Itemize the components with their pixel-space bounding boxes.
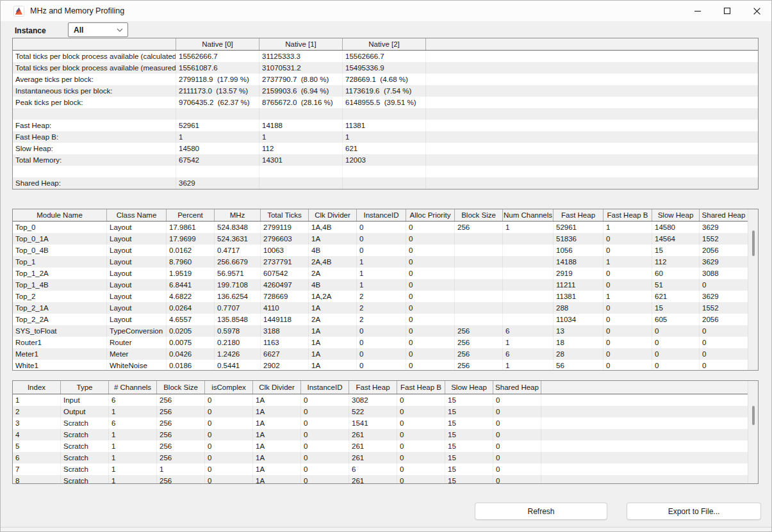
table-cell: 0 [301, 440, 349, 452]
table-row[interactable]: Router1Router0.00750.218011631A002561180… [13, 337, 758, 348]
maximize-button[interactable] [712, 1, 742, 21]
table-cell: 15561087.6 [176, 62, 259, 74]
table-row[interactable]: 2Output125601A05220150 [13, 406, 758, 417]
table-cell: 1A [309, 360, 357, 371]
table-cell: 15 [652, 302, 700, 314]
table-row[interactable] [13, 108, 758, 120]
table-cell: 0 [604, 348, 652, 360]
table-cell: 0 [493, 429, 541, 440]
table-row[interactable]: Total Memory:675421430112003 [13, 154, 758, 166]
table-row[interactable]: Top_1_2ALayout1.951956.95716075422A10291… [13, 268, 758, 279]
table-row[interactable]: 7Scratch1101A060150 [13, 463, 758, 475]
minimize-icon [694, 7, 702, 15]
table-cell: 15562666.7 [343, 51, 426, 62]
table-row[interactable]: Top_0Layout17.9861524.834827991191A,4B00… [13, 222, 758, 233]
window-bottom-edge [1, 527, 771, 531]
table-cell: 15 [445, 406, 493, 417]
scrollbar-thumb[interactable] [752, 406, 755, 425]
instance-dropdown[interactable]: All [68, 22, 128, 37]
table-cell: 15 [445, 452, 493, 463]
table-cell: 607542 [261, 268, 309, 279]
table-cell: 31070531.2 [259, 62, 343, 74]
table-row[interactable]: Shared Heap:3629 [13, 177, 758, 189]
refresh-button[interactable]: Refresh [475, 503, 607, 520]
table-cell: 0.0162 [167, 245, 215, 256]
table-cell: 1A [309, 337, 357, 348]
table-row[interactable]: Instantaneous ticks per block:2111173.0 … [13, 85, 758, 97]
table-row[interactable]: 1Input625601A030820150 [13, 394, 758, 406]
table-cell: 0 [493, 463, 541, 475]
table-row[interactable]: Total ticks per block process available … [13, 51, 758, 62]
table-row[interactable]: 3Scratch625601A015410150 [13, 417, 758, 429]
export-to-file-button[interactable]: Export to File... [627, 503, 761, 520]
table-cell: 28 [554, 348, 604, 360]
table-cell: 1A [253, 452, 301, 463]
table-cell: 56 [554, 360, 604, 371]
table-cell: 0 [301, 406, 349, 417]
table-cell: 14580 [652, 222, 700, 233]
table-row[interactable]: Average ticks per block:2799118.9 (17.99… [13, 74, 758, 85]
table-cell: 1A [309, 348, 357, 360]
table-row[interactable]: SYS_toFloatTypeConversion0.02050.5978318… [13, 325, 758, 337]
column-header: Fast Heap B [604, 209, 652, 221]
table-cell [259, 108, 343, 120]
table-cell: 1 [357, 256, 406, 268]
minimize-button[interactable] [683, 1, 712, 21]
table-row[interactable]: Top_1Layout8.7960256.667927377912A,4B101… [13, 256, 758, 268]
table-cell: Layout [107, 279, 167, 291]
table-row[interactable]: 8Scratch125601A02610150 [13, 475, 758, 484]
module-vertical-scrollbar[interactable] [748, 209, 758, 370]
table-row[interactable]: 5Scratch125601A02610150 [13, 440, 758, 452]
table-row[interactable]: Fast Heap B:111 [13, 131, 758, 143]
table-cell: 0 [493, 406, 541, 417]
table-row[interactable]: Top_1_4BLayout6.8441199.710842604974B101… [13, 279, 758, 291]
column-header: Block Size [157, 381, 205, 394]
table-cell: Layout [107, 314, 167, 325]
column-header: Fast Heap B [397, 381, 445, 394]
table-row[interactable]: 4Scratch125601A02610150 [13, 429, 758, 440]
table-row[interactable]: Peak ticks per block:9706435.2 (62.37 %)… [13, 97, 758, 108]
scrollbar-thumb[interactable] [752, 230, 755, 256]
table-cell: 2056 [700, 245, 748, 256]
app-window: MHz and Memory Profiling Instance All Na… [0, 0, 772, 532]
table-row[interactable]: Total ticks per block process available … [13, 62, 758, 74]
column-header [13, 38, 176, 50]
table-row[interactable]: Top_2Layout4.6822136.62547286691A,2A2011… [13, 291, 758, 302]
table-row[interactable]: Fast Heap:529611418811381 [13, 120, 758, 131]
table-cell: 0 [397, 406, 445, 417]
table-cell: 0 [406, 279, 455, 291]
table-cell: 7 [13, 463, 61, 475]
table-cell: 1A,4B [309, 222, 357, 233]
close-button[interactable] [742, 1, 771, 21]
table-cell: Total ticks per block process available … [13, 62, 176, 74]
table-row[interactable]: White1WhiteNoise0.01860.544129021A002561… [13, 360, 758, 371]
table-row[interactable]: 6Scratch125601A02610150 [13, 452, 758, 463]
buffer-vertical-scrollbar[interactable] [748, 381, 758, 483]
table-cell: 1A [253, 463, 301, 475]
table-row[interactable]: Slow Heap:14580112621 [13, 143, 758, 154]
table-cell: 0 [493, 475, 541, 484]
table-cell: 605 [652, 314, 700, 325]
table-cell: 3188 [261, 325, 309, 337]
table-row[interactable]: Top_0_1ALayout17.9699524.363127966031A00… [13, 233, 758, 245]
table-row[interactable]: Top_0_4BLayout0.01620.4717100634B0010560… [13, 245, 758, 256]
table-cell: 15 [445, 417, 493, 429]
table-cell: 6 [503, 325, 554, 337]
table-cell: Fast Heap B: [13, 131, 176, 143]
table-cell: 0 [604, 337, 652, 348]
window-controls [683, 1, 771, 21]
table-cell: 15 [445, 440, 493, 452]
table-cell: 1 [357, 268, 406, 279]
table-row[interactable]: Meter1Meter0.04261.242666271A00256628000 [13, 348, 758, 360]
table-cell: 256 [455, 348, 503, 360]
table-row[interactable]: Top_2_2ALayout4.6557135.854814491182A201… [13, 314, 758, 325]
table-cell: 1.2426 [215, 348, 261, 360]
table-cell: 3629 [176, 177, 259, 189]
table-row[interactable]: Top_2_1ALayout0.02640.770741101A20288015… [13, 302, 758, 314]
table-header-row: IndexType# ChannelsBlock SizeisComplexCl… [13, 381, 758, 394]
table-cell [176, 166, 259, 177]
table-cell: 0 [205, 406, 253, 417]
table-cell: Router1 [13, 337, 107, 348]
table-cell: 0 [357, 233, 406, 245]
table-row[interactable] [13, 166, 758, 177]
